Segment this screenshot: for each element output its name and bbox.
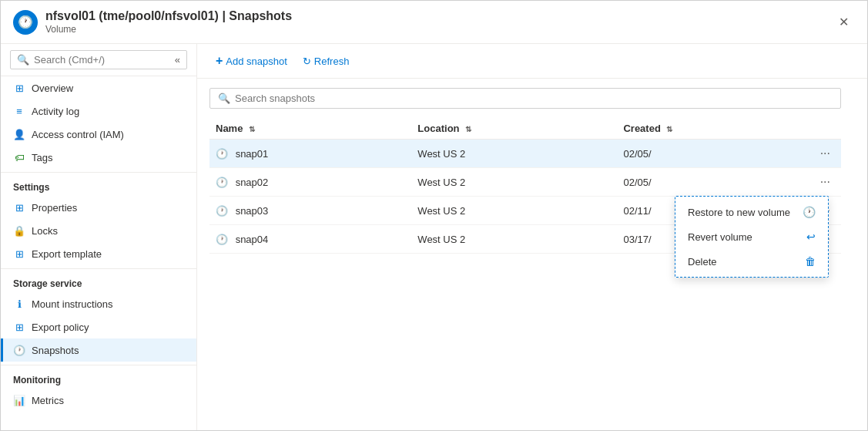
collapse-icon[interactable]: « [175, 54, 180, 66]
table-row: 🕐 snap01 West US 2 02/05/ ··· [209, 140, 841, 168]
content-area: + Add snapshot ↻ Refresh 🔍 [197, 44, 867, 430]
nav-item-activity-log[interactable]: ≡ Activity log [1, 99, 196, 123]
context-delete-icon: 🗑 [805, 255, 816, 268]
tags-icon: 🏷 [13, 151, 25, 163]
cell-location: West US 2 [411, 168, 617, 197]
cell-created: 02/05/ [617, 140, 809, 168]
locks-icon: 🔒 [13, 224, 25, 237]
section-monitoring: Monitoring [1, 365, 196, 389]
add-snapshot-button[interactable]: + Add snapshot [209, 50, 293, 72]
snapshot-icon: 🕐 [216, 176, 228, 188]
context-menu-item-restore[interactable]: Restore to new volume 🕐 [675, 200, 828, 224]
search-snapshots-icon: 🔍 [218, 93, 230, 104]
snapshot-icon: 🕐 [216, 204, 228, 217]
access-control-icon: 👤 [13, 128, 25, 140]
nav-item-mount-instructions[interactable]: ℹ Mount instructions [1, 292, 196, 315]
metrics-icon: 📊 [13, 394, 25, 406]
section-settings: Settings [1, 172, 196, 196]
cell-name: 🕐 snap02 [209, 168, 411, 197]
col-actions [809, 118, 841, 140]
add-icon: + [216, 54, 223, 68]
nav-label-snapshots: Snapshots [32, 345, 79, 356]
more-actions-button-1[interactable]: ··· [816, 173, 835, 190]
nav-item-access-control[interactable]: 👤 Access control (IAM) [1, 123, 196, 146]
cell-actions: ··· [809, 140, 841, 168]
table-area: 🔍 Name ⇅ Location ⇅ [197, 79, 867, 430]
add-snapshot-label: Add snapshot [226, 56, 287, 67]
nav-item-export-template[interactable]: ⊞ Export template [1, 242, 196, 265]
search-snapshots-box: 🔍 [209, 88, 841, 109]
close-button[interactable]: ✕ [833, 12, 855, 32]
nav-label-metrics: Metrics [32, 395, 64, 406]
sort-created-icon[interactable]: ⇅ [666, 125, 672, 133]
context-restore-label: Restore to new volume [688, 207, 790, 218]
nav-item-tags[interactable]: 🏷 Tags [1, 146, 196, 169]
cell-created: 02/05/ [617, 168, 809, 197]
refresh-button[interactable]: ↻ Refresh [297, 52, 356, 71]
overview-icon: ⊞ [13, 82, 25, 94]
cell-name: 🕐 snap03 [209, 197, 411, 225]
page-title: nfsvol01 (tme/pool0/nfsvol01) | Snapshot… [45, 9, 292, 23]
col-created: Created ⇅ [617, 118, 809, 140]
toolbar: + Add snapshot ↻ Refresh [197, 44, 867, 79]
context-delete-label: Delete [688, 256, 717, 268]
cell-actions: ··· [809, 168, 841, 197]
nav-label-export-template: Export template [32, 248, 102, 260]
sort-location-icon[interactable]: ⇅ [465, 125, 471, 133]
sidebar-search-input[interactable] [34, 54, 175, 66]
more-actions-button-0[interactable]: ··· [816, 145, 835, 162]
context-restore-icon: 🕐 [803, 206, 816, 218]
cell-name: 🕐 snap01 [209, 140, 411, 168]
nav-label-properties: Properties [32, 202, 77, 214]
cell-name: 🕐 snap04 [209, 225, 411, 254]
page-subtitle: Volume [45, 24, 76, 35]
title-icon: 🕐 [13, 10, 38, 35]
nav-label-overview: Overview [32, 82, 73, 94]
search-icon: 🔍 [17, 54, 29, 66]
sidebar-search-box: 🔍 « [1, 44, 196, 76]
context-menu-item-revert[interactable]: Revert volume ↩ [675, 224, 828, 249]
sidebar-search-wrap: 🔍 « [10, 50, 187, 69]
table-row: 🕐 snap02 West US 2 02/05/ ··· [209, 168, 841, 197]
nav-label-tags: Tags [32, 152, 52, 163]
nav-item-overview[interactable]: ⊞ Overview [1, 76, 196, 99]
context-menu: Restore to new volume 🕐 Revert volume ↩ … [675, 196, 829, 278]
mount-instructions-icon: ℹ [13, 298, 25, 310]
nav-label-access-control: Access control (IAM) [32, 129, 124, 140]
nav-label-mount-instructions: Mount instructions [32, 298, 113, 310]
search-snapshots-input[interactable] [235, 93, 833, 104]
nav-item-snapshots[interactable]: 🕐 Snapshots [1, 338, 196, 362]
nav-item-properties[interactable]: ⊞ Properties [1, 196, 196, 219]
col-name: Name ⇅ [209, 118, 411, 140]
nav-label-activity-log: Activity log [32, 106, 79, 117]
activity-log-icon: ≡ [13, 105, 25, 117]
cell-location: West US 2 [411, 197, 617, 225]
export-policy-icon: ⊞ [13, 321, 25, 333]
nav-item-locks[interactable]: 🔒 Locks [1, 219, 196, 242]
snapshots-icon: 🕐 [13, 344, 25, 356]
cell-location: West US 2 [411, 140, 617, 168]
nav-item-metrics[interactable]: 📊 Metrics [1, 389, 196, 412]
main-layout: 🔍 « ⊞ Overview ≡ Activity log 👤 Access c… [1, 44, 867, 430]
properties-icon: ⊞ [13, 201, 25, 214]
context-revert-label: Revert volume [688, 231, 752, 243]
refresh-label: Refresh [314, 56, 350, 67]
nav-label-locks: Locks [32, 225, 58, 237]
title-bar: 🕐 nfsvol01 (tme/pool0/nfsvol01) | Snapsh… [1, 1, 867, 44]
main-window: 🕐 nfsvol01 (tme/pool0/nfsvol01) | Snapsh… [0, 0, 868, 431]
nav-label-export-policy: Export policy [32, 322, 89, 333]
sidebar: 🔍 « ⊞ Overview ≡ Activity log 👤 Access c… [1, 44, 197, 430]
nav-item-export-policy[interactable]: ⊞ Export policy [1, 315, 196, 338]
table-header: Name ⇅ Location ⇅ Created ⇅ [209, 118, 841, 140]
sort-name-icon[interactable]: ⇅ [249, 125, 255, 133]
export-template-icon: ⊞ [13, 247, 25, 260]
context-menu-item-delete[interactable]: Delete 🗑 [675, 249, 828, 274]
refresh-icon: ↻ [303, 56, 311, 67]
col-location: Location ⇅ [411, 118, 617, 140]
cell-location: West US 2 [411, 225, 617, 254]
section-storage: Storage service [1, 268, 196, 292]
title-text: nfsvol01 (tme/pool0/nfsvol01) | Snapshot… [45, 9, 292, 35]
context-revert-icon: ↩ [806, 231, 816, 243]
snapshot-icon: 🕐 [216, 147, 228, 160]
snapshot-icon: 🕐 [216, 233, 228, 245]
